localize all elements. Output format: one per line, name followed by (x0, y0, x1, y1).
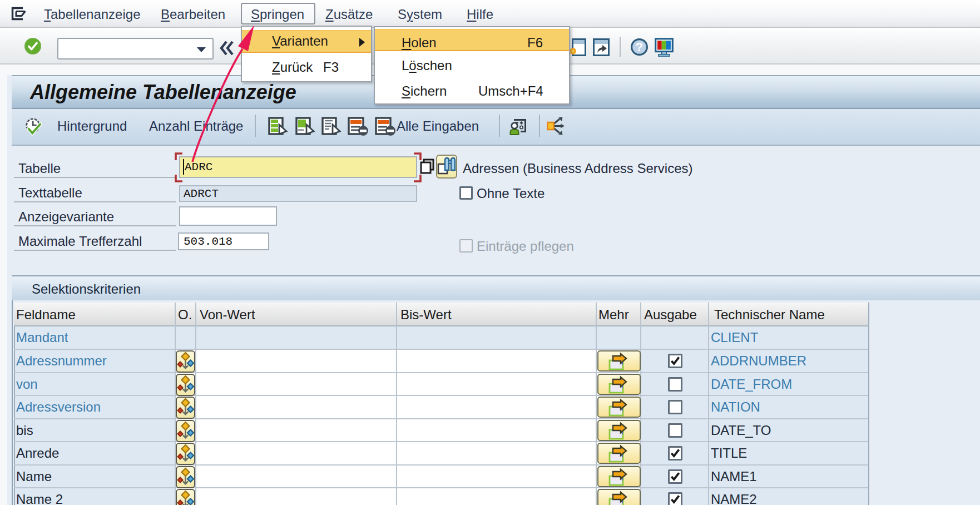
svg-text:?: ? (636, 40, 644, 54)
